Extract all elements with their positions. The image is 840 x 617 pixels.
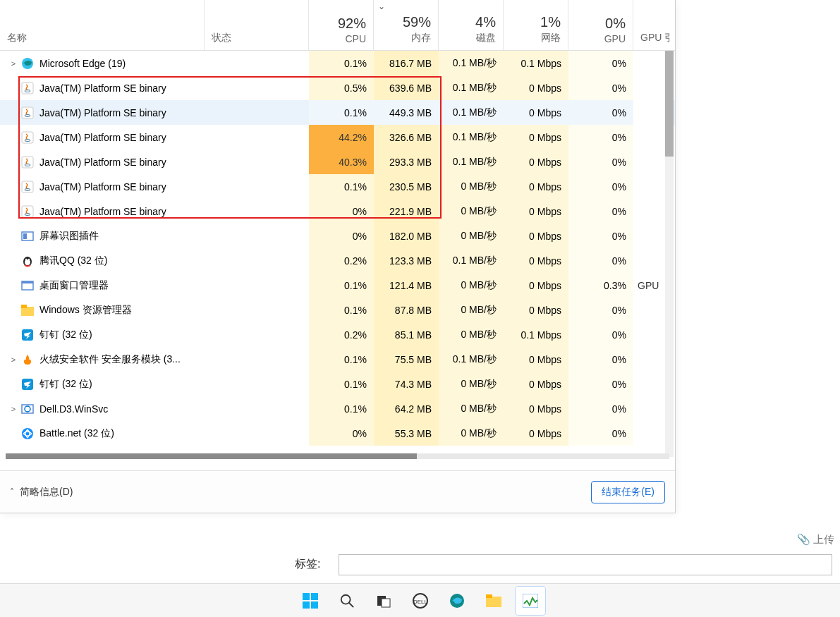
process-name: Microsoft Edge (19) xyxy=(39,58,126,69)
header-cpu[interactable]: 92% CPU xyxy=(309,0,374,50)
svg-rect-22 xyxy=(21,305,27,308)
memory-cell: 123.3 MB xyxy=(374,248,439,273)
scrollbar-thumb[interactable] xyxy=(665,51,674,157)
cpu-cell: 0.1% xyxy=(309,372,374,396)
table-row[interactable]: 钉钉 (32 位)0.1%74.3 MB0 MB/秒0 Mbps0% xyxy=(0,372,675,396)
search-button[interactable] xyxy=(332,587,362,615)
task-view-button[interactable] xyxy=(369,587,398,615)
process-state xyxy=(205,149,309,174)
memory-cell: 182.0 MB xyxy=(374,224,439,248)
scrollbar-thumb[interactable] xyxy=(6,453,417,459)
table-row[interactable]: Java(TM) Platform SE binary0.5%639.6 MB0… xyxy=(0,75,675,100)
disk-cell: 0 MB/秒 xyxy=(439,273,504,298)
network-cell: 0 Mbps xyxy=(504,396,568,421)
process-state xyxy=(205,51,309,75)
table-row[interactable]: Java(TM) Platform SE binary44.2%326.6 MB… xyxy=(0,125,675,149)
start-button[interactable] xyxy=(296,587,325,615)
disk-cell: 0 MB/秒 xyxy=(439,372,504,396)
expand-toggle[interactable]: > xyxy=(8,405,18,413)
memory-cell: 816.7 MB xyxy=(374,51,439,75)
table-row[interactable]: 腾讯QQ (32 位)0.2%123.3 MB0.1 MB/秒0 Mbps0% xyxy=(0,248,675,273)
process-state xyxy=(205,125,309,149)
gpu-cell: 0% xyxy=(568,224,633,248)
network-cell: 0 Mbps xyxy=(504,421,568,446)
table-row[interactable]: Battle.net (32 位)0%55.3 MB0 MB/秒0 Mbps0% xyxy=(0,421,675,446)
network-cell: 0 Mbps xyxy=(504,273,568,298)
java-icon xyxy=(21,156,34,169)
cpu-cell: 0% xyxy=(309,224,374,248)
svg-point-32 xyxy=(341,594,350,604)
expand-toggle[interactable]: > xyxy=(8,355,18,364)
gpu-cell: 0% xyxy=(568,199,633,224)
disk-cell: 0 MB/秒 xyxy=(439,224,504,248)
network-cell: 0 Mbps xyxy=(504,149,568,174)
brief-info-toggle[interactable]: ˄ 简略信息(D) xyxy=(10,486,73,499)
svg-line-33 xyxy=(348,602,353,606)
table-row[interactable]: Java(TM) Platform SE binary0%221.9 MB0 M… xyxy=(0,199,675,224)
gpu-cell: 0% xyxy=(568,51,633,75)
header-gpu-engine[interactable]: GPU 引 xyxy=(633,0,670,50)
dwm-icon xyxy=(21,279,34,292)
cpu-cell: 0.2% xyxy=(309,248,374,273)
table-row[interactable]: >Dell.D3.WinSvc0.1%64.2 MB0 MB/秒0 Mbps0% xyxy=(0,396,675,421)
network-cell: 0 Mbps xyxy=(504,174,568,199)
cpu-cell: 0.1% xyxy=(309,347,374,372)
taskbar-app-dell[interactable]: DELL xyxy=(406,587,435,615)
memory-cell: 87.8 MB xyxy=(374,298,439,322)
cpu-cell: 0% xyxy=(309,421,374,446)
network-cell: 0 Mbps xyxy=(504,298,568,322)
battlenet-icon xyxy=(21,427,34,440)
disk-cell: 0 MB/秒 xyxy=(439,396,504,421)
table-row[interactable]: 钉钉 (32 位)0.2%85.1 MB0 MB/秒0.1 Mbps0% xyxy=(0,322,675,347)
process-name: 桌面窗口管理器 xyxy=(39,279,109,292)
process-state xyxy=(205,421,309,446)
svg-rect-28 xyxy=(303,593,310,600)
memory-cell: 121.4 MB xyxy=(374,273,439,298)
table-row[interactable]: >Microsoft Edge (19)0.1%816.7 MB0.1 MB/秒… xyxy=(0,51,675,75)
header-network[interactable]: 1% 网络 xyxy=(504,0,568,50)
table-row[interactable]: 桌面窗口管理器0.1%121.4 MB0 MB/秒0 Mbps0.3%GPU xyxy=(0,273,675,298)
end-task-button[interactable]: 结束任务(E) xyxy=(591,481,665,503)
process-state xyxy=(205,396,309,421)
java-icon xyxy=(21,106,34,119)
expand-toggle[interactable]: > xyxy=(8,59,18,68)
huorong-icon xyxy=(21,353,34,366)
java-icon xyxy=(21,82,34,94)
horizontal-scrollbar[interactable] xyxy=(6,453,669,459)
process-state xyxy=(205,322,309,347)
table-row[interactable]: Windows 资源管理器0.1%87.8 MB0 MB/秒0 Mbps0% xyxy=(0,298,675,322)
gpu-cell: 0% xyxy=(568,347,633,372)
process-name: Dell.D3.WinSvc xyxy=(39,403,108,415)
taskbar-app-edge[interactable] xyxy=(442,587,472,615)
disk-cell: 0.1 MB/秒 xyxy=(439,75,504,100)
table-row[interactable]: Java(TM) Platform SE binary0.1%449.3 MB0… xyxy=(0,100,675,125)
svg-rect-30 xyxy=(303,601,310,609)
cpu-cell: 0.1% xyxy=(309,100,374,125)
disk-cell: 0.1 MB/秒 xyxy=(439,100,504,125)
taskbar-app-task-manager[interactable] xyxy=(516,587,545,615)
table-row[interactable]: >火绒安全软件 安全服务模块 (3...0.1%75.5 MB0.1 MB/秒0… xyxy=(0,347,675,372)
process-name: Battle.net (32 位) xyxy=(39,427,114,440)
table-row[interactable]: 屏幕识图插件0%182.0 MB0 MB/秒0 Mbps0% xyxy=(0,224,675,248)
disk-cell: 0 MB/秒 xyxy=(439,298,504,322)
tag-input[interactable] xyxy=(339,554,832,575)
gpu-cell: 0% xyxy=(568,372,633,396)
plugin-icon xyxy=(21,230,34,243)
vertical-scrollbar[interactable] xyxy=(665,51,674,457)
table-row[interactable]: Java(TM) Platform SE binary40.3%293.3 MB… xyxy=(0,149,675,174)
svg-point-18 xyxy=(28,258,30,259)
disk-cell: 0 MB/秒 xyxy=(439,322,504,347)
table-row[interactable]: Java(TM) Platform SE binary0.1%230.5 MB0… xyxy=(0,174,675,199)
header-state[interactable]: 状态 xyxy=(205,0,309,50)
gpu-cell: 0% xyxy=(568,322,633,347)
header-disk[interactable]: 4% 磁盘 xyxy=(439,0,504,50)
header-memory[interactable]: ⌄ 59% 内存 xyxy=(374,0,439,50)
network-cell: 0 Mbps xyxy=(504,75,568,100)
header-name[interactable]: 名称 xyxy=(0,0,205,50)
svg-rect-41 xyxy=(486,594,492,598)
process-list: >Microsoft Edge (19)0.1%816.7 MB0.1 MB/秒… xyxy=(0,51,675,457)
taskbar-app-explorer[interactable] xyxy=(479,587,509,615)
header-gpu[interactable]: 0% GPU xyxy=(568,0,633,50)
cpu-cell: 44.2% xyxy=(309,125,374,149)
gpu-cell: 0% xyxy=(568,248,633,273)
